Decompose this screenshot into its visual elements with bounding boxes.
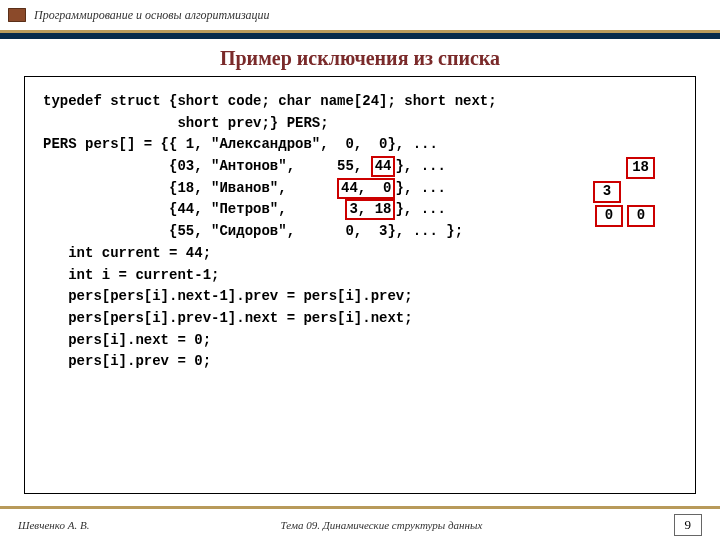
slide-footer: Шевченко А. В. Тема 09. Динамические стр… — [0, 506, 720, 540]
code-line: {03, "Антонов", 55, 44}, ... — [43, 156, 679, 178]
annotation-mid: 3 — [593, 181, 621, 203]
annotation-cell: 18 — [626, 157, 655, 179]
course-name: Программирование и основы алгоритмизации — [34, 8, 270, 23]
topic-label: Тема 09. Динамические структуры данных — [89, 519, 673, 531]
author-label: Шевченко А. В. — [18, 519, 89, 531]
header-stripe — [0, 33, 720, 39]
code-line: typedef struct {short code; char name[24… — [43, 91, 679, 113]
slide-header: Программирование и основы алгоритмизации — [0, 0, 720, 30]
code-block: typedef struct {short code; char name[24… — [24, 76, 696, 494]
slide-title: Пример исключения из списка — [0, 47, 720, 70]
code-line: pers[i].prev = 0; — [43, 351, 679, 373]
code-line: pers[pers[i].next-1].prev = pers[i].prev… — [43, 286, 679, 308]
highlight-cell: 44, 0 — [337, 178, 395, 199]
annotation-cell: 0 — [627, 205, 655, 227]
highlight-cell: 44 — [371, 156, 396, 177]
code-line: PERS pers[] = {{ 1, "Александров", 0, 0}… — [43, 134, 679, 156]
code-line: pers[pers[i].prev-1].next = pers[i].next… — [43, 308, 679, 330]
code-line: {44, "Петров", 3, 18}, ... — [43, 199, 679, 221]
code-line: short prev;} PERS; — [43, 113, 679, 135]
annotation-top: 18 — [626, 157, 655, 179]
highlight-cell: 3, 18 — [345, 199, 395, 220]
code-line: int i = current-1; — [43, 265, 679, 287]
code-line: pers[i].next = 0; — [43, 330, 679, 352]
page-number: 9 — [674, 514, 703, 536]
code-line: {18, "Иванов", 44, 0}, ... — [43, 178, 679, 200]
code-line: {55, "Сидоров", 0, 3}, ... }; — [43, 221, 679, 243]
annotation-cell: 3 — [593, 181, 621, 203]
code-line: int current = 44; — [43, 243, 679, 265]
annotation-bottom: 00 — [595, 205, 655, 227]
annotation-cell: 0 — [595, 205, 623, 227]
logo-icon — [8, 8, 26, 22]
